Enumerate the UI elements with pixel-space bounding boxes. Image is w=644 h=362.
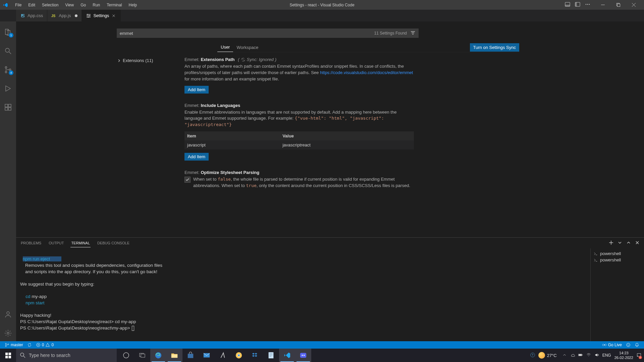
close-icon[interactable] [626, 0, 641, 10]
settings-search-input[interactable] [120, 31, 374, 36]
status-branch[interactable]: master [3, 341, 25, 349]
table-row[interactable]: javascript javascriptreact [184, 140, 414, 149]
tray-onedrive-icon[interactable] [570, 353, 575, 358]
status-bell[interactable] [633, 341, 641, 349]
terminal-icon [593, 258, 598, 262]
add-item-button[interactable]: Add Item [184, 153, 209, 161]
activity-extensions[interactable] [0, 99, 16, 115]
svg-rect-46 [269, 352, 274, 358]
svg-point-6 [589, 4, 590, 5]
menubar: File Edit Selection View Go Run Terminal… [12, 1, 140, 9]
toc-extensions[interactable]: Extensions (11) [117, 57, 184, 64]
broadcast-icon [602, 343, 607, 347]
weather-icon [538, 352, 545, 359]
status-feedback[interactable] [624, 341, 633, 349]
terminal-list-item[interactable]: powershell [593, 250, 641, 257]
emmet-docs-link[interactable]: https://code.visualstudio.com/docs/edito… [320, 70, 413, 75]
terminal-list-item[interactable]: powershell [593, 257, 641, 263]
task-mail[interactable] [199, 349, 215, 362]
svg-point-35 [20, 353, 24, 356]
tray-weather[interactable]: 27°C [538, 352, 557, 359]
menu-view[interactable]: View [62, 1, 77, 9]
tray-battery-icon[interactable] [578, 353, 583, 358]
setting-emmet-extensions-path: Emmet: Extensions Path ( Sync: Ignored) … [184, 52, 414, 98]
menu-go[interactable]: Go [77, 1, 89, 9]
task-notepad[interactable] [263, 349, 279, 362]
menu-edit[interactable]: Edit [25, 1, 38, 9]
svg-point-23 [5, 343, 6, 344]
tray-volume-icon[interactable] [594, 353, 599, 358]
terminal-new-icon[interactable] [608, 240, 614, 246]
search-icon [20, 353, 25, 358]
menu-selection[interactable]: Selection [39, 1, 61, 9]
menu-help[interactable]: Help [126, 1, 140, 9]
tray-lang[interactable]: ENG [602, 353, 611, 358]
activity-scm[interactable]: 4 [0, 62, 16, 78]
svg-point-27 [604, 344, 605, 346]
status-sync[interactable] [25, 341, 34, 349]
activity-explorer[interactable]: 1 [0, 24, 16, 40]
activity-debug[interactable] [0, 80, 16, 97]
windows-taskbar: Type here to search ? 27°C ENG 14:23 26-… [0, 349, 644, 362]
terminal-output[interactable]: npm run eject Removes this tool and copi… [16, 248, 590, 341]
tab-label: App.css [28, 13, 43, 18]
panel-tab-terminal[interactable]: TERMINAL [70, 239, 91, 247]
activity-settings[interactable] [0, 325, 16, 341]
toggle-sidebar-icon[interactable] [573, 0, 582, 9]
menu-run[interactable]: Run [90, 1, 103, 9]
more-icon[interactable] [583, 0, 592, 9]
task-store[interactable] [182, 349, 199, 362]
scope-tab-workspace[interactable]: Workspace [233, 43, 262, 52]
tray-help-icon[interactable]: ? [530, 353, 535, 358]
task-app[interactable] [215, 349, 231, 362]
svg-rect-19 [5, 108, 8, 110]
svg-point-21 [7, 312, 9, 314]
taskbar-search[interactable]: Type here to search [16, 349, 117, 362]
start-button[interactable] [0, 349, 16, 362]
tray-notifications-icon[interactable]: 2 [637, 353, 641, 358]
panel-tab-problems[interactable]: PROBLEMS [20, 239, 42, 247]
panel-maximize-icon[interactable] [626, 240, 631, 246]
settings-search[interactable]: 11 Settings Found [117, 28, 419, 38]
settings-sync-button[interactable]: Turn on Settings Sync [470, 43, 519, 52]
task-edge[interactable] [150, 349, 166, 362]
menu-file[interactable]: File [12, 1, 24, 9]
minimize-icon[interactable] [595, 0, 610, 10]
tray-chevron-icon[interactable] [562, 353, 567, 358]
status-golive[interactable]: Go Live [600, 341, 624, 349]
task-discord[interactable] [295, 349, 311, 362]
tab-settings[interactable]: Settings [82, 10, 121, 21]
task-explorer[interactable] [166, 349, 182, 362]
svg-text:JS: JS [51, 14, 56, 18]
tray-wifi-icon[interactable] [586, 353, 591, 358]
toggle-panel-icon[interactable] [563, 0, 572, 9]
svg-rect-34 [8, 356, 11, 358]
add-item-button[interactable]: Add Item [184, 86, 209, 94]
tab-app-js[interactable]: JS App.js [47, 10, 82, 21]
task-dropbox[interactable] [247, 349, 263, 362]
task-chrome[interactable] [231, 349, 247, 362]
task-taskview[interactable] [134, 349, 150, 362]
scope-tab-user[interactable]: User [217, 43, 233, 52]
optimize-checkbox[interactable] [184, 177, 191, 183]
status-problems[interactable]: 0 0 [34, 341, 56, 349]
tab-close-icon[interactable] [111, 13, 116, 18]
window-title: Settings - react - Visual Studio Code [289, 3, 354, 7]
menu-terminal[interactable]: Terminal [104, 1, 125, 9]
activity-search[interactable] [0, 43, 16, 59]
task-vscode[interactable] [279, 349, 295, 362]
tray-clock[interactable]: 14:23 26-02-2022 [614, 351, 633, 360]
task-cortana[interactable] [118, 349, 134, 362]
maximize-icon[interactable] [610, 0, 626, 10]
panel-tab-debug-console[interactable]: DEBUG CONSOLE [97, 239, 130, 247]
panel-close-icon[interactable] [635, 240, 640, 246]
settings-filter-icon[interactable] [410, 30, 416, 37]
sync-ignored-meta: ( Sync: Ignored) [238, 57, 276, 62]
terminal-dropdown-icon[interactable] [617, 240, 623, 246]
titlebar: File Edit Selection View Go Run Terminal… [0, 0, 644, 10]
tab-app-css[interactable]: App.css [16, 10, 47, 21]
panel-tab-output[interactable]: OUTPUT [48, 239, 64, 247]
activity-account[interactable] [0, 306, 16, 322]
svg-point-49 [304, 355, 305, 356]
svg-point-24 [5, 346, 6, 347]
